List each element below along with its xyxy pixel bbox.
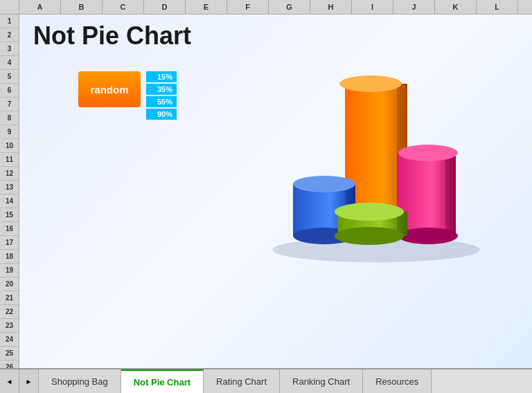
col-E: E: [186, 0, 227, 14]
row-23: 23: [0, 319, 19, 333]
col-I: I: [352, 0, 393, 14]
row-24: 24: [0, 333, 19, 347]
tab-rating-chart[interactable]: Rating Chart: [204, 369, 280, 393]
row-11: 11: [0, 153, 19, 167]
chart-svg: [262, 63, 490, 264]
pct-label-1: 15%: [146, 71, 177, 82]
col-K: K: [435, 0, 477, 14]
row-12: 12: [0, 167, 19, 181]
row-2: 2: [0, 28, 19, 42]
col-A: A: [19, 0, 61, 14]
tab-next-button[interactable]: ►: [19, 369, 39, 393]
svg-point-15: [335, 227, 404, 245]
row-1: 1: [0, 15, 19, 28]
tab-prev-button[interactable]: ◄: [0, 369, 19, 393]
svg-rect-6: [445, 153, 456, 236]
grid-area: 1 2 3 4 5 6 7 8 9 10 11 12 13 14 15 16 1…: [0, 15, 532, 368]
col-L: L: [477, 0, 518, 14]
row-17: 17: [0, 236, 19, 250]
row-22: 22: [0, 305, 19, 319]
svg-point-12: [293, 176, 355, 192]
tab-not-pie-chart[interactable]: Not Pie Chart: [121, 369, 204, 393]
row-18: 18: [0, 250, 19, 264]
corner-cell: [0, 0, 19, 14]
row-10: 10: [0, 139, 19, 153]
spreadsheet: A B C D E F G H I J K L M 1 2 3 4 5 6 7 …: [0, 0, 532, 368]
row-14: 14: [0, 194, 19, 208]
row-6: 6: [0, 84, 19, 98]
pct-label-2: 35%: [146, 84, 177, 95]
svg-point-16: [335, 203, 404, 221]
random-button[interactable]: random: [78, 71, 141, 107]
svg-point-4: [339, 75, 402, 92]
row-7: 7: [0, 98, 19, 111]
row-3: 3: [0, 42, 19, 56]
row-8: 8: [0, 111, 19, 125]
svg-point-8: [398, 145, 458, 161]
col-B: B: [61, 0, 103, 14]
col-H: H: [310, 0, 352, 14]
col-C: C: [103, 0, 144, 14]
pct-label-4: 90%: [146, 109, 177, 120]
column-headers: A B C D E F G H I J K L M: [0, 0, 532, 15]
row-4: 4: [0, 56, 19, 70]
tab-shopping-bag[interactable]: Shopping Bag: [39, 369, 121, 393]
percentage-labels: 15% 35% 55% 90%: [146, 71, 177, 120]
tab-bar: ◄ ► Shopping Bag Not Pie Chart Rating Ch…: [0, 368, 532, 393]
row-15: 15: [0, 208, 19, 222]
row-5: 5: [0, 70, 19, 84]
row-16: 16: [0, 222, 19, 236]
col-M: M: [518, 0, 532, 14]
row-20: 20: [0, 277, 19, 291]
row-13: 13: [0, 181, 19, 194]
pct-label-3: 55%: [146, 96, 177, 107]
row-25: 25: [0, 347, 19, 360]
page-title: Not Pie Chart: [33, 21, 191, 51]
content-area: Not Pie Chart random 15% 35% 55% 90%: [19, 15, 532, 368]
col-G: G: [269, 0, 310, 14]
row-26: 26: [0, 360, 19, 368]
tab-resources[interactable]: Resources: [363, 369, 432, 393]
row-19: 19: [0, 264, 19, 277]
row-numbers: 1 2 3 4 5 6 7 8 9 10 11 12 13 14 15 16 1…: [0, 15, 19, 368]
col-D: D: [144, 0, 186, 14]
cylinder-chart: [262, 63, 490, 264]
tab-ranking-chart[interactable]: Ranking Chart: [280, 369, 363, 393]
row-9: 9: [0, 125, 19, 139]
col-F: F: [227, 0, 269, 14]
col-J: J: [393, 0, 435, 14]
row-21: 21: [0, 291, 19, 305]
